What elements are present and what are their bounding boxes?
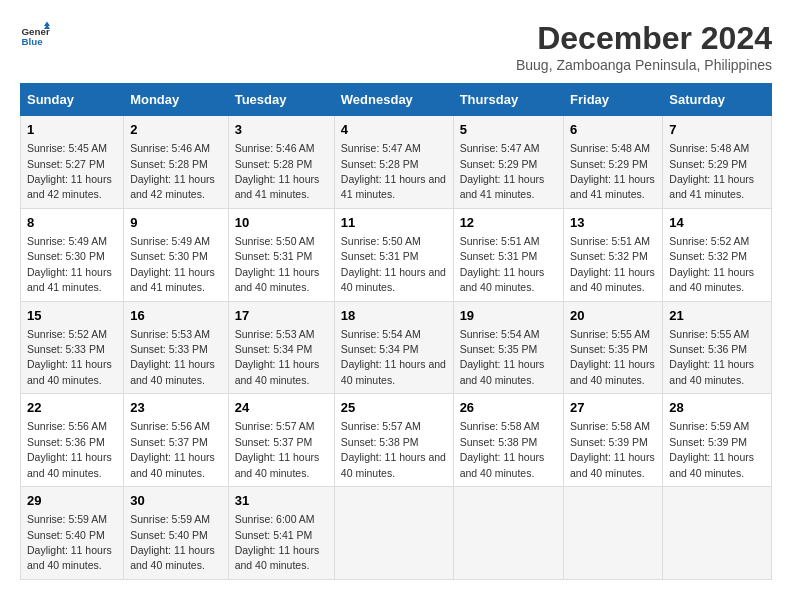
cell-info: Sunrise: 5:46 AMSunset: 5:28 PMDaylight:… — [235, 142, 320, 200]
calendar-cell: 5Sunrise: 5:47 AMSunset: 5:29 PMDaylight… — [453, 116, 563, 209]
day-number: 5 — [460, 121, 557, 139]
cell-info: Sunrise: 5:56 AMSunset: 5:36 PMDaylight:… — [27, 420, 112, 478]
cell-info: Sunrise: 5:51 AMSunset: 5:31 PMDaylight:… — [460, 235, 545, 293]
day-number: 31 — [235, 492, 328, 510]
header-cell-thursday: Thursday — [453, 84, 563, 116]
cell-info: Sunrise: 5:55 AMSunset: 5:35 PMDaylight:… — [570, 328, 655, 386]
calendar-cell: 17Sunrise: 5:53 AMSunset: 5:34 PMDayligh… — [228, 301, 334, 394]
calendar-cell: 23Sunrise: 5:56 AMSunset: 5:37 PMDayligh… — [124, 394, 229, 487]
cell-info: Sunrise: 5:49 AMSunset: 5:30 PMDaylight:… — [27, 235, 112, 293]
cell-info: Sunrise: 5:48 AMSunset: 5:29 PMDaylight:… — [570, 142, 655, 200]
day-number: 1 — [27, 121, 117, 139]
calendar-cell — [564, 487, 663, 580]
header-cell-friday: Friday — [564, 84, 663, 116]
day-number: 14 — [669, 214, 765, 232]
day-number: 23 — [130, 399, 222, 417]
calendar-cell: 26Sunrise: 5:58 AMSunset: 5:38 PMDayligh… — [453, 394, 563, 487]
day-number: 16 — [130, 307, 222, 325]
cell-info: Sunrise: 5:55 AMSunset: 5:36 PMDaylight:… — [669, 328, 754, 386]
calendar-cell: 18Sunrise: 5:54 AMSunset: 5:34 PMDayligh… — [334, 301, 453, 394]
day-number: 28 — [669, 399, 765, 417]
calendar-cell: 20Sunrise: 5:55 AMSunset: 5:35 PMDayligh… — [564, 301, 663, 394]
week-row-5: 29Sunrise: 5:59 AMSunset: 5:40 PMDayligh… — [21, 487, 772, 580]
day-number: 20 — [570, 307, 656, 325]
calendar-cell: 27Sunrise: 5:58 AMSunset: 5:39 PMDayligh… — [564, 394, 663, 487]
cell-info: Sunrise: 5:48 AMSunset: 5:29 PMDaylight:… — [669, 142, 754, 200]
cell-info: Sunrise: 5:56 AMSunset: 5:37 PMDaylight:… — [130, 420, 215, 478]
week-row-3: 15Sunrise: 5:52 AMSunset: 5:33 PMDayligh… — [21, 301, 772, 394]
main-title: December 2024 — [516, 20, 772, 57]
day-number: 19 — [460, 307, 557, 325]
header-cell-sunday: Sunday — [21, 84, 124, 116]
calendar-cell: 9Sunrise: 5:49 AMSunset: 5:30 PMDaylight… — [124, 208, 229, 301]
subtitle: Buug, Zamboanga Peninsula, Philippines — [516, 57, 772, 73]
header-row: SundayMondayTuesdayWednesdayThursdayFrid… — [21, 84, 772, 116]
calendar-cell: 7Sunrise: 5:48 AMSunset: 5:29 PMDaylight… — [663, 116, 772, 209]
header-cell-wednesday: Wednesday — [334, 84, 453, 116]
day-number: 7 — [669, 121, 765, 139]
calendar-cell — [663, 487, 772, 580]
week-row-2: 8Sunrise: 5:49 AMSunset: 5:30 PMDaylight… — [21, 208, 772, 301]
day-number: 4 — [341, 121, 447, 139]
cell-info: Sunrise: 5:58 AMSunset: 5:39 PMDaylight:… — [570, 420, 655, 478]
cell-info: Sunrise: 5:54 AMSunset: 5:34 PMDaylight:… — [341, 328, 446, 386]
day-number: 26 — [460, 399, 557, 417]
day-number: 25 — [341, 399, 447, 417]
week-row-1: 1Sunrise: 5:45 AMSunset: 5:27 PMDaylight… — [21, 116, 772, 209]
day-number: 21 — [669, 307, 765, 325]
day-number: 9 — [130, 214, 222, 232]
cell-info: Sunrise: 5:53 AMSunset: 5:33 PMDaylight:… — [130, 328, 215, 386]
cell-info: Sunrise: 5:54 AMSunset: 5:35 PMDaylight:… — [460, 328, 545, 386]
day-number: 17 — [235, 307, 328, 325]
cell-info: Sunrise: 6:00 AMSunset: 5:41 PMDaylight:… — [235, 513, 320, 571]
cell-info: Sunrise: 5:45 AMSunset: 5:27 PMDaylight:… — [27, 142, 112, 200]
calendar-cell: 10Sunrise: 5:50 AMSunset: 5:31 PMDayligh… — [228, 208, 334, 301]
calendar-cell: 21Sunrise: 5:55 AMSunset: 5:36 PMDayligh… — [663, 301, 772, 394]
calendar-cell: 24Sunrise: 5:57 AMSunset: 5:37 PMDayligh… — [228, 394, 334, 487]
calendar-cell: 19Sunrise: 5:54 AMSunset: 5:35 PMDayligh… — [453, 301, 563, 394]
cell-info: Sunrise: 5:51 AMSunset: 5:32 PMDaylight:… — [570, 235, 655, 293]
calendar-cell: 25Sunrise: 5:57 AMSunset: 5:38 PMDayligh… — [334, 394, 453, 487]
logo-icon: General Blue — [20, 20, 50, 50]
day-number: 12 — [460, 214, 557, 232]
cell-info: Sunrise: 5:52 AMSunset: 5:32 PMDaylight:… — [669, 235, 754, 293]
cell-info: Sunrise: 5:58 AMSunset: 5:38 PMDaylight:… — [460, 420, 545, 478]
calendar-cell: 13Sunrise: 5:51 AMSunset: 5:32 PMDayligh… — [564, 208, 663, 301]
day-number: 30 — [130, 492, 222, 510]
cell-info: Sunrise: 5:47 AMSunset: 5:29 PMDaylight:… — [460, 142, 545, 200]
calendar-table: SundayMondayTuesdayWednesdayThursdayFrid… — [20, 83, 772, 580]
cell-info: Sunrise: 5:49 AMSunset: 5:30 PMDaylight:… — [130, 235, 215, 293]
calendar-cell: 3Sunrise: 5:46 AMSunset: 5:28 PMDaylight… — [228, 116, 334, 209]
calendar-cell: 12Sunrise: 5:51 AMSunset: 5:31 PMDayligh… — [453, 208, 563, 301]
day-number: 15 — [27, 307, 117, 325]
day-number: 27 — [570, 399, 656, 417]
day-number: 2 — [130, 121, 222, 139]
cell-info: Sunrise: 5:50 AMSunset: 5:31 PMDaylight:… — [341, 235, 446, 293]
header-cell-tuesday: Tuesday — [228, 84, 334, 116]
day-number: 11 — [341, 214, 447, 232]
logo: General Blue — [20, 20, 50, 50]
day-number: 10 — [235, 214, 328, 232]
cell-info: Sunrise: 5:57 AMSunset: 5:37 PMDaylight:… — [235, 420, 320, 478]
calendar-cell: 2Sunrise: 5:46 AMSunset: 5:28 PMDaylight… — [124, 116, 229, 209]
cell-info: Sunrise: 5:59 AMSunset: 5:40 PMDaylight:… — [130, 513, 215, 571]
day-number: 24 — [235, 399, 328, 417]
week-row-4: 22Sunrise: 5:56 AMSunset: 5:36 PMDayligh… — [21, 394, 772, 487]
calendar-cell: 11Sunrise: 5:50 AMSunset: 5:31 PMDayligh… — [334, 208, 453, 301]
calendar-cell: 8Sunrise: 5:49 AMSunset: 5:30 PMDaylight… — [21, 208, 124, 301]
calendar-cell: 14Sunrise: 5:52 AMSunset: 5:32 PMDayligh… — [663, 208, 772, 301]
cell-info: Sunrise: 5:47 AMSunset: 5:28 PMDaylight:… — [341, 142, 446, 200]
cell-info: Sunrise: 5:50 AMSunset: 5:31 PMDaylight:… — [235, 235, 320, 293]
cell-info: Sunrise: 5:59 AMSunset: 5:40 PMDaylight:… — [27, 513, 112, 571]
calendar-cell: 29Sunrise: 5:59 AMSunset: 5:40 PMDayligh… — [21, 487, 124, 580]
calendar-cell: 16Sunrise: 5:53 AMSunset: 5:33 PMDayligh… — [124, 301, 229, 394]
calendar-cell — [334, 487, 453, 580]
calendar-cell: 22Sunrise: 5:56 AMSunset: 5:36 PMDayligh… — [21, 394, 124, 487]
cell-info: Sunrise: 5:46 AMSunset: 5:28 PMDaylight:… — [130, 142, 215, 200]
cell-info: Sunrise: 5:59 AMSunset: 5:39 PMDaylight:… — [669, 420, 754, 478]
cell-info: Sunrise: 5:52 AMSunset: 5:33 PMDaylight:… — [27, 328, 112, 386]
calendar-cell: 15Sunrise: 5:52 AMSunset: 5:33 PMDayligh… — [21, 301, 124, 394]
title-area: December 2024 Buug, Zamboanga Peninsula,… — [516, 20, 772, 73]
day-number: 6 — [570, 121, 656, 139]
svg-text:Blue: Blue — [22, 36, 44, 47]
